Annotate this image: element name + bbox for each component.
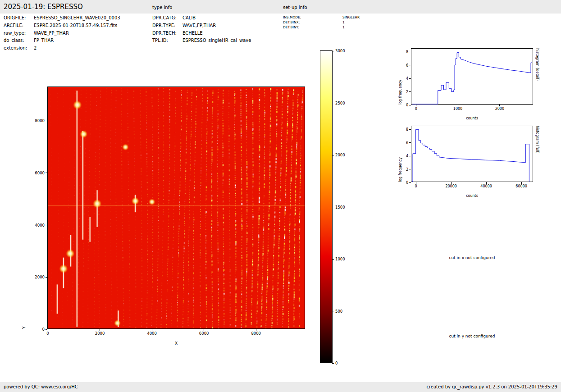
footer-bar: powered by QC: www.eso.org/HC created by… xyxy=(0,382,561,392)
x-tick-label: 8000 xyxy=(251,331,261,336)
colorbar-tick-mark xyxy=(332,259,334,260)
x-tick-mark xyxy=(100,329,100,331)
colorbar: 050010001500200025003000 xyxy=(320,50,333,363)
x-tick-mark xyxy=(521,182,522,184)
field-value: ESPRESSO_SINGLEHR_WAVE020_0003 xyxy=(34,15,120,20)
y-tick-mark xyxy=(409,91,411,92)
x-tick-mark xyxy=(486,182,487,184)
colorbar-tick-mark xyxy=(332,51,334,51)
x-tick-label: 2000 xyxy=(495,107,504,111)
histogram-detail-side-label: histogram (detail) xyxy=(535,48,539,105)
footer-right-text: created by qc_rawdisp.py v1.2.3 on 2025-… xyxy=(426,382,557,392)
x-tick-label: 20000 xyxy=(445,184,456,188)
file-info-row: ARCFILE:ESPRE.2025-01-20T18:57:49.157.fi… xyxy=(4,22,120,30)
page-title: 2025-01-19: ESPRESSO xyxy=(4,3,83,11)
main-image-plot: 0200040006000800002000400060008000 xyxy=(47,87,305,329)
colorbar-tick-label: 1000 xyxy=(335,257,345,261)
cut-x-note: cut in x not configured xyxy=(411,255,533,260)
x-tick-mark xyxy=(416,105,416,106)
colorbar-tick-label: 0 xyxy=(335,361,338,365)
y-tick-label: 0 xyxy=(406,181,408,185)
colorbar-tick-label: 2500 xyxy=(335,101,345,105)
x-tick-label: 60000 xyxy=(515,184,527,188)
qc-report-page: 2025-01-19: ESPRESSO type info set-up in… xyxy=(0,0,561,392)
setup-info-row: INS.MODE:SINGLEHR xyxy=(283,15,360,20)
x-tick-label: 40000 xyxy=(480,184,492,188)
y-tick-mark xyxy=(409,129,411,130)
y-tick-mark xyxy=(409,142,411,143)
setup-info-row: DET.BINY:1 xyxy=(283,25,360,30)
field-label: ARCFILE: xyxy=(4,22,34,30)
y-tick-label: 0 xyxy=(406,103,408,107)
setup-info-row: DET.BINX:1 xyxy=(283,20,360,25)
cut-y-note: cut in y not configured xyxy=(411,334,533,338)
y-tick-label: 2000 xyxy=(35,275,45,279)
field-value: 1 xyxy=(342,25,345,29)
histogram-detail-x-label: counts xyxy=(411,116,533,120)
x-tick-label: 6000 xyxy=(199,331,209,336)
colorbar-tick-label: 500 xyxy=(335,309,342,314)
y-tick-label: 6000 xyxy=(35,171,45,175)
detector-image-canvas xyxy=(48,87,305,328)
histogram-detail-y-label: log frequency xyxy=(398,48,402,105)
y-tick-label: 8 xyxy=(406,128,408,132)
y-tick-label: 4 xyxy=(406,154,408,158)
x-tick-mark xyxy=(204,329,204,331)
file-info-block: ORIGFILE:ESPRESSO_SINGLEHR_WAVE020_0003 … xyxy=(4,14,120,52)
field-value: WAVE_FP_THAR xyxy=(34,31,69,36)
type-info-row: DPR.CATG:CALIB xyxy=(152,14,251,22)
y-tick-mark xyxy=(409,78,411,79)
x-tick-mark xyxy=(256,329,256,331)
main-x-axis-label: X xyxy=(47,341,305,346)
field-value: ECHELLE xyxy=(182,31,203,36)
colorbar-tick-label: 3000 xyxy=(335,49,345,53)
field-label: DPR.CATG: xyxy=(152,14,182,22)
field-label: do_class: xyxy=(4,37,34,45)
colorbar-tick-mark xyxy=(332,363,334,364)
x-tick-label: 1000 xyxy=(453,107,462,111)
y-tick-mark xyxy=(46,225,47,225)
field-value: CALIB xyxy=(182,15,196,20)
x-tick-label: 0 xyxy=(46,331,49,336)
colorbar-tick-mark xyxy=(332,311,334,311)
histogram_full-line-chart xyxy=(411,126,533,182)
field-value: FP_THAR xyxy=(34,38,54,43)
x-tick-mark xyxy=(152,329,152,331)
colorbar-tick-mark xyxy=(332,103,334,103)
y-tick-mark xyxy=(409,105,411,105)
field-label: DET.BINY: xyxy=(283,25,342,30)
setup-info-heading: set-up info xyxy=(283,5,307,10)
y-tick-mark xyxy=(409,169,411,169)
y-tick-mark xyxy=(409,52,411,52)
setup-info-block: INS.MODE:SINGLEHR DET.BINX:1 DET.BINY:1 xyxy=(283,15,360,30)
colorbar-tick-mark xyxy=(332,207,334,207)
type-info-row: DPR.TYPE:WAVE,FP,THAR xyxy=(152,22,251,30)
y-tick-label: 6 xyxy=(406,63,408,67)
field-label: raw_type: xyxy=(4,30,34,37)
y-tick-mark xyxy=(46,277,47,278)
y-tick-mark xyxy=(46,173,47,173)
y-tick-mark xyxy=(46,329,47,330)
histogram-detail-plot: 01000200002468 xyxy=(411,48,533,105)
x-tick-label: 2000 xyxy=(95,331,105,336)
footer-left-text: powered by QC: www.eso.org/HC xyxy=(4,382,78,392)
x-tick-mark xyxy=(48,329,48,331)
field-value: 1 xyxy=(342,20,345,24)
y-tick-mark xyxy=(409,182,411,183)
colorbar-tick-mark xyxy=(332,155,334,155)
field-value: ESPRESSO_singleHR_cal_wave xyxy=(182,38,251,43)
x-tick-label: 0 xyxy=(415,107,417,111)
field-label: extension: xyxy=(4,45,34,52)
file-info-row: do_class:FP_THAR xyxy=(4,37,120,45)
field-value: 2 xyxy=(34,46,36,50)
field-label: ORIGFILE: xyxy=(4,14,34,22)
colorbar-tick-label: 1500 xyxy=(335,205,345,210)
histogram_detail-line-chart xyxy=(411,49,533,104)
x-tick-mark xyxy=(451,182,452,184)
histogram-full-y-label: log frequency xyxy=(398,126,402,182)
field-value: SINGLEHR xyxy=(342,15,360,19)
colorbar-tick-label: 2000 xyxy=(335,153,345,157)
field-label: DPR.TYPE: xyxy=(152,22,182,30)
file-info-row: ORIGFILE:ESPRESSO_SINGLEHR_WAVE020_0003 xyxy=(4,14,120,22)
file-info-row: raw_type:WAVE_FP_THAR xyxy=(4,30,120,37)
